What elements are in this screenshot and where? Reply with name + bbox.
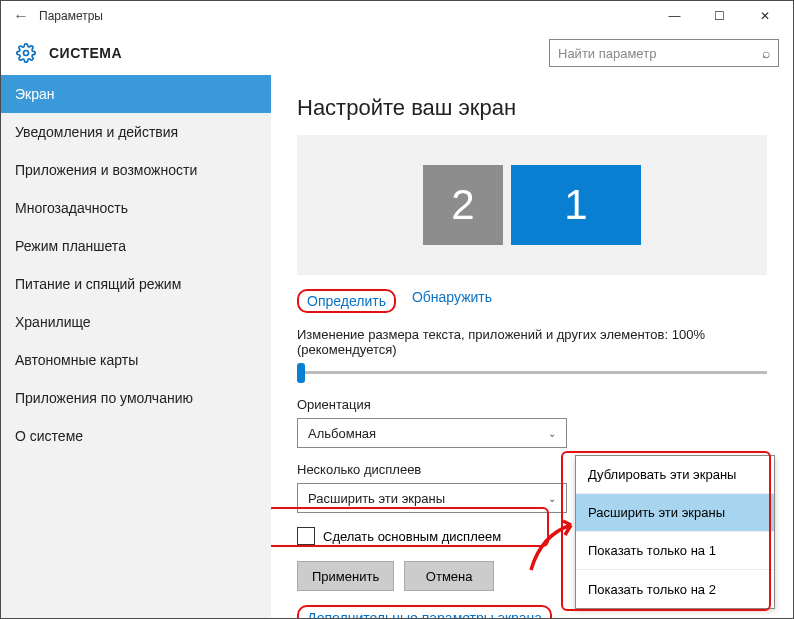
dropdown-option-show-only-2[interactable]: Показать только на 2 — [576, 570, 774, 608]
back-button[interactable]: ← — [7, 7, 35, 25]
advanced-display-link[interactable]: Дополнительные параметры экрана — [307, 610, 542, 618]
sidebar-item-apps-features[interactable]: Приложения и возможности — [1, 151, 271, 189]
svg-point-0 — [24, 51, 29, 56]
make-main-label: Сделать основным дисплеем — [323, 529, 501, 544]
minimize-button[interactable]: — — [652, 1, 697, 31]
system-label: СИСТЕМА — [49, 45, 549, 61]
orientation-label: Ориентация — [297, 397, 767, 412]
cancel-button[interactable]: Отмена — [404, 561, 494, 591]
multi-display-value: Расширить эти экраны — [308, 491, 445, 506]
search-icon: ⌕ — [762, 45, 770, 61]
multi-display-select[interactable]: Расширить эти экраны ⌄ — [297, 483, 567, 513]
window-title: Параметры — [35, 9, 652, 23]
search-placeholder: Найти параметр — [558, 46, 762, 61]
sidebar-item-display[interactable]: Экран — [1, 75, 271, 113]
sidebar-item-default-apps[interactable]: Приложения по умолчанию — [1, 379, 271, 417]
highlight-advanced: Дополнительные параметры экрана — [297, 605, 552, 618]
sidebar-item-offline-maps[interactable]: Автономные карты — [1, 341, 271, 379]
dropdown-option-duplicate[interactable]: Дублировать эти экраны — [576, 456, 774, 494]
sidebar-item-tablet-mode[interactable]: Режим планшета — [1, 227, 271, 265]
orientation-value: Альбомная — [308, 426, 376, 441]
sidebar-item-storage[interactable]: Хранилище — [1, 303, 271, 341]
gear-icon — [15, 42, 37, 64]
chevron-down-icon: ⌄ — [548, 493, 556, 504]
slider-thumb[interactable] — [297, 363, 305, 383]
sidebar-item-multitasking[interactable]: Многозадачность — [1, 189, 271, 227]
dropdown-option-show-only-1[interactable]: Показать только на 1 — [576, 532, 774, 570]
main-content: Настройте ваш экран 2 1 Определить Обнар… — [271, 75, 793, 618]
header: СИСТЕМА Найти параметр ⌕ — [1, 31, 793, 75]
identify-link[interactable]: Определить — [307, 293, 386, 309]
multi-display-dropdown: Дублировать эти экраны Расширить эти экр… — [575, 455, 775, 609]
dropdown-option-extend[interactable]: Расширить эти экраны — [576, 494, 774, 532]
orientation-select[interactable]: Альбомная ⌄ — [297, 418, 567, 448]
close-button[interactable]: ✕ — [742, 1, 787, 31]
sidebar: Экран Уведомления и действия Приложения … — [1, 75, 271, 618]
display-arrange-area[interactable]: 2 1 — [297, 135, 767, 275]
page-title: Настройте ваш экран — [297, 95, 767, 121]
sidebar-item-about[interactable]: О системе — [1, 417, 271, 455]
sidebar-item-power-sleep[interactable]: Питание и спящий режим — [1, 265, 271, 303]
apply-button[interactable]: Применить — [297, 561, 394, 591]
detect-link[interactable]: Обнаружить — [412, 289, 492, 313]
chevron-down-icon: ⌄ — [548, 428, 556, 439]
slider-track — [297, 371, 767, 374]
scale-label: Изменение размера текста, приложений и д… — [297, 327, 767, 357]
sidebar-item-notifications[interactable]: Уведомления и действия — [1, 113, 271, 151]
monitor-1[interactable]: 1 — [511, 165, 641, 245]
highlight-identify: Определить — [297, 289, 396, 313]
scale-slider[interactable] — [297, 363, 767, 383]
titlebar: ← Параметры — ☐ ✕ — [1, 1, 793, 31]
maximize-button[interactable]: ☐ — [697, 1, 742, 31]
search-input[interactable]: Найти параметр ⌕ — [549, 39, 779, 67]
checkbox-box[interactable] — [297, 527, 315, 545]
monitor-2[interactable]: 2 — [423, 165, 503, 245]
